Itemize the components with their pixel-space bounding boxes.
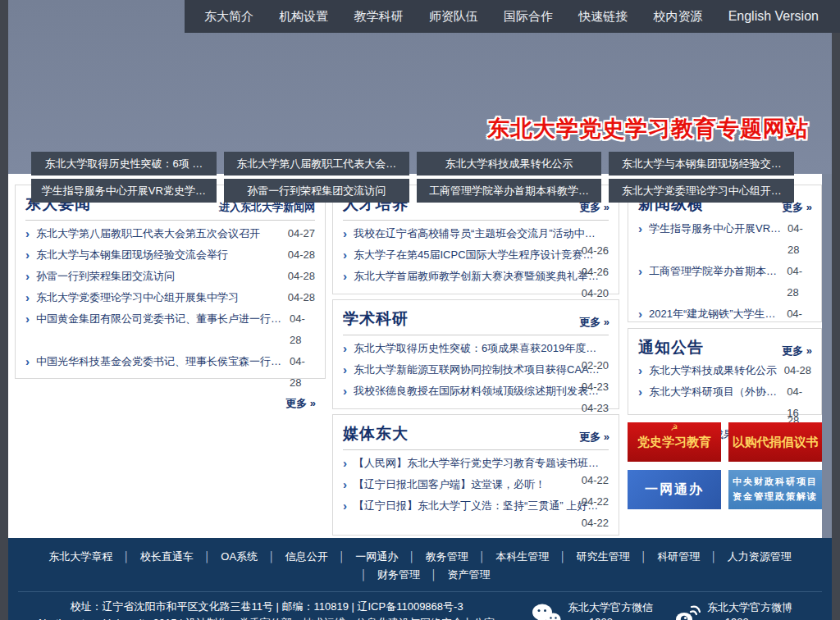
divider (343, 335, 609, 335)
news-item-date: 04-28 (784, 360, 811, 381)
banner-party-history-education[interactable]: ☭ 党史学习教育 (628, 422, 721, 462)
wechat-link[interactable]: 东北大学官方微信 neu-1923 (532, 600, 653, 620)
chevron-right-icon: › (343, 266, 347, 287)
nav-item-campus[interactable]: 校内资源 (653, 9, 702, 25)
news-item-title: 东北大学取得历史性突破：6项成果喜获2019年度… (354, 338, 609, 359)
footer-link-graduate[interactable]: 研究生管理 (549, 550, 630, 563)
page: 东北大学党史学习教育专题网站 东大简介 机构设置 教学科研 师资队伍 国际合作 … (0, 0, 840, 620)
news-item-title: 学生指导服务中心开展VR党史… (649, 218, 783, 261)
chevron-right-icon: › (343, 381, 347, 402)
panel-academic-research: 学术科研 更多 » ›东北大学取得历史性突破：6项成果喜获2019年度…02-2… (332, 299, 619, 409)
news-item[interactable]: ›东北大学首届教师教学创新大赛决赛暨颁奖典礼举…04-20 (343, 266, 609, 287)
news-item-title: 【辽宁日报北国客户端】这堂课，必听！ (354, 474, 609, 495)
ticker-item[interactable]: 工商管理学院举办首期本科教学… (417, 179, 602, 203)
main-content: 东大要闻 进入东北大学新闻网 ›东北大学第八届教职工代表大会第五次会议召开04-… (8, 174, 822, 538)
footer-link-info[interactable]: 信息公开 (258, 550, 328, 563)
ticker-item[interactable]: 东北大学科技成果转化公示 (417, 152, 602, 176)
weibo-name: 东北大学官方微博 (707, 600, 792, 615)
shortcut-banner-grid: ☭ 党史学习教育 以购代捐倡议书 一网通办 中央财政科研项目 资金管理政策解读 (628, 422, 822, 509)
weibo-id: neu1923 (707, 615, 792, 620)
footer-link-president[interactable]: 校长直通车 (112, 550, 194, 563)
news-item-title: 孙雷一行到荣程集团交流访问 (36, 266, 283, 287)
chevron-right-icon: › (638, 218, 642, 239)
footer-link-oa[interactable]: OA系统 (194, 550, 258, 563)
news-item[interactable]: ›工商管理学院举办首期本科教…04-28 (638, 261, 811, 303)
section-title-research: 学术科研 (343, 308, 409, 330)
footer-link-jiaowu[interactable]: 教务管理 (398, 550, 468, 563)
banner-label: 以购代捐倡议书 (733, 435, 819, 450)
news-item[interactable]: ›孙雷一行到荣程集团交流访问04-28 (25, 266, 315, 287)
more-link[interactable]: 更多 » (579, 315, 609, 330)
news-item[interactable]: ›东北大学党委理论学习中心组开展集中学习04-28 (25, 287, 315, 308)
panel-neu-news: 东大要闻 进入东北大学新闻网 ›东北大学第八届教职工代表大会第五次会议召开04-… (15, 185, 326, 379)
news-item[interactable]: ›【辽宁日报】东北大学丁义浩：坚持“三贯通” 上好…04-22 (343, 495, 609, 517)
chevron-right-icon: › (25, 287, 30, 308)
footer-link-charter[interactable]: 东北大学章程 (48, 550, 112, 563)
footer-link-onestop[interactable]: 一网通办 (328, 550, 399, 563)
footer-link-finance[interactable]: 财务管理 (350, 568, 421, 581)
news-item-title: 【人民网】东北大学举行党史学习教育专题读书班… (354, 453, 609, 474)
ticker-item[interactable]: 东北大学党委理论学习中心组开… (609, 179, 794, 203)
divider (343, 220, 609, 221)
panel-media-neu: 媒体东大 更多 » ›【人民网】东北大学举行党史学习教育专题读书班…04-22 … (332, 414, 619, 536)
nav-item-intl[interactable]: 国际合作 (504, 9, 553, 25)
news-item[interactable]: ›东北大学与本钢集团现场经验交流会举行04-28 (25, 244, 315, 266)
ticker-item[interactable]: 学生指导服务中心开展VR党史学… (31, 179, 217, 203)
more-link[interactable]: 更多 » (285, 397, 315, 409)
ticker-row: 学生指导服务中心开展VR党史学… 孙雷一行到荣程集团交流访问 工商管理学院举办首… (31, 179, 794, 203)
news-item-date: 04-23 (582, 398, 609, 419)
news-item-date: 04-26 (582, 240, 609, 262)
news-item[interactable]: ›【人民网】东北大学举行党史学习教育专题读书班…04-22 (343, 453, 609, 474)
headline-ticker: 东北大学取得历史性突破：6项 … 东北大学第八届教职工代表大会… 东北大学科技成… (31, 152, 794, 206)
news-item-date: 04-28 (290, 308, 315, 351)
footer-links: 东北大学章程校长直通车OA系统信息公开一网通办教务管理本科生管理研究生管理科研管… (8, 538, 832, 584)
footer-link-assets[interactable]: 资产管理 (420, 568, 491, 581)
chevron-right-icon: › (343, 338, 347, 359)
footer-link-hr[interactable]: 人力资源管理 (700, 550, 792, 563)
footer-link-undergrad[interactable]: 本科生管理 (468, 550, 550, 563)
chevron-right-icon: › (343, 223, 347, 244)
news-item-title: 中国黄金集团有限公司党委书记、董事长卢进一行来校… (36, 308, 285, 351)
banner-donation-proposal[interactable]: 以购代捐倡议书 (728, 422, 822, 462)
news-item[interactable]: ›东北大学科研项目（外协）公…04-16 (638, 381, 811, 424)
footer: 东北大学章程校长直通车OA系统信息公开一网通办教务管理本科生管理研究生管理科研管… (8, 538, 832, 620)
ticker-item[interactable]: 东北大学第八届教职工代表大会… (224, 152, 409, 176)
more-link[interactable]: 更多 » (579, 430, 609, 444)
chevron-right-icon: › (343, 359, 347, 381)
news-item-title: 东北大学党委理论学习中心组开展集中学习 (36, 287, 283, 308)
news-item[interactable]: ›东北大学取得历史性突破：6项成果喜获2019年度…02-20 (343, 338, 609, 359)
more-link[interactable]: 更多 » (782, 344, 811, 358)
news-item-date: 04-28 (290, 351, 315, 394)
news-item[interactable]: ›东北大学新能源互联网协同控制技术项目获得CAA…04-23 (343, 359, 609, 381)
news-item-date: 04-22 (582, 513, 609, 534)
site-title: 东北大学党史学习教育专题网站 (487, 114, 809, 144)
nav-item-intro[interactable]: 东大简介 (204, 9, 253, 25)
nav-item-english-version[interactable]: English Version (728, 9, 819, 24)
ticker-item[interactable]: 东北大学取得历史性突破：6项 … (31, 152, 217, 176)
news-item[interactable]: ›东北大学科技成果转化公示04-28 (638, 360, 811, 381)
double-arrow-icon: » (806, 201, 811, 213)
banner-one-stop-service[interactable]: 一网通办 (628, 470, 721, 509)
nav-item-faculty[interactable]: 师资队伍 (429, 9, 478, 25)
weibo-link[interactable]: 东北大学官方微博 neu1923 (674, 600, 792, 620)
nav-item-quicklinks[interactable]: 快速链接 (578, 9, 628, 25)
banner-funding-policy[interactable]: 中央财政科研项目 资金管理政策解读 (728, 470, 822, 509)
news-item[interactable]: ›中国光华科技基金会党委书记、理事长侯宝森一行来校…04-28 (25, 351, 315, 394)
news-item[interactable]: ›东大学子在第45届ICPC国际大学生程序设计竞赛…04-26 (343, 244, 609, 266)
ticker-item[interactable]: 东北大学与本钢集团现场经验交… (609, 152, 794, 176)
news-item[interactable]: ›中国黄金集团有限公司党委书记、董事长卢进一行来校…04-28 (25, 308, 315, 351)
party-emblem-icon: ☭ (671, 423, 678, 432)
news-item[interactable]: ›我校在辽宁省高校辅导员“主题班会交流月”活动中…04-26 (343, 223, 609, 244)
nav-item-teaching[interactable]: 教学科研 (354, 9, 403, 25)
news-item[interactable]: ›【辽宁日报北国客户端】这堂课，必听！04-22 (343, 474, 609, 495)
news-item-title: 东北大学首届教师教学创新大赛决赛暨颁奖典礼举… (354, 266, 609, 287)
chevron-right-icon: › (25, 266, 30, 287)
news-item-date: 02-20 (582, 355, 609, 376)
ticker-item[interactable]: 孙雷一行到荣程集团交流访问 (224, 179, 409, 203)
news-item[interactable]: ›东北大学第八届教职工代表大会第五次会议召开04-27 (25, 223, 315, 244)
double-arrow-icon: » (604, 316, 609, 328)
nav-item-org[interactable]: 机构设置 (279, 9, 328, 25)
news-item[interactable]: ›学生指导服务中心开展VR党史…04-28 (638, 218, 811, 261)
footer-link-keyan[interactable]: 科研管理 (630, 550, 701, 563)
news-item[interactable]: ›我校张德良教授在国际材料领域顶级综述期刊发表…04-23 (343, 381, 609, 402)
